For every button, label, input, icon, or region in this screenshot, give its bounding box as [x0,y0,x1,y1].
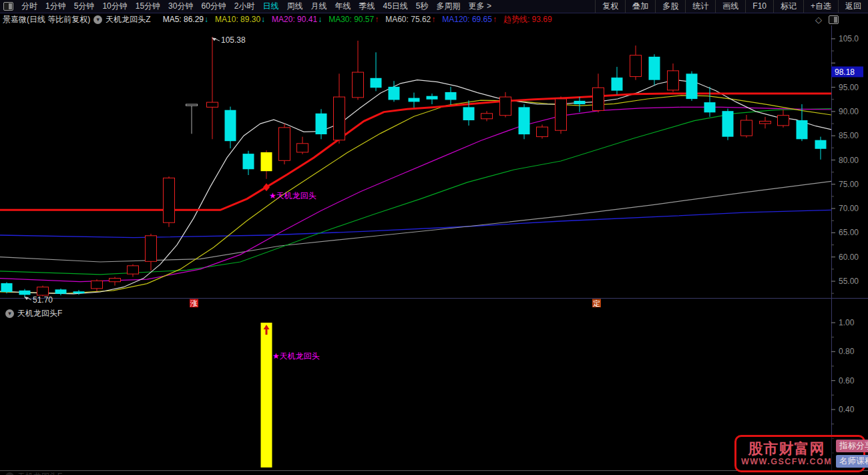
period-tab[interactable]: 周线 [283,0,307,13]
trend-arrow-icon: ↓ [318,15,322,24]
signal-diamond-icon [263,183,270,191]
trend-arrow-icon: ↑ [493,15,497,24]
period-tab[interactable]: 季线 [355,0,379,13]
toolbar-button[interactable]: 标记 [773,0,803,13]
trend-arrow-icon: ↑ [431,15,435,24]
candle [164,178,175,222]
candle [353,72,364,98]
candle [815,140,827,149]
series-MA120 [0,210,831,237]
candle [243,154,254,169]
ma-readout: 趋势线: 93.69 [503,14,552,25]
indicator-panel-title: 天机龙回头F [17,308,62,319]
period-tab[interactable]: 1分钟 [41,0,70,13]
period-tab[interactable]: 更多 > [465,0,495,13]
candle [445,92,457,100]
watermark-badge-1: 指标分享 [836,440,868,452]
candle [207,102,218,107]
ma-readout: MA60: 75.62↑ [385,15,435,24]
period-tab[interactable]: 分时 [17,0,41,13]
ma-readout: MA120: 69.65↑ [442,15,497,24]
candle [556,99,567,130]
candle [261,152,272,171]
app-window-icon[interactable] [3,2,13,11]
y-axis-label: 85.00 [839,131,859,140]
y-axis-label: 70.00 [839,204,859,213]
ma-readout: MA5: 86.29↓ [163,15,208,24]
candle [110,279,121,282]
toolbar-button[interactable]: +自选 [803,0,838,13]
toolbar-button[interactable]: 复权 [595,0,625,13]
ma-readout: MA30: 90.57↑ [329,15,379,24]
candle [91,281,103,289]
toolbar-button[interactable]: 统计 [685,0,715,13]
period-tab[interactable]: 月线 [307,0,331,13]
period-tab[interactable]: 45日线 [379,0,412,13]
series-MA10 [0,96,831,293]
candle [146,236,157,262]
diamond-marker-icon[interactable]: ◇ [815,15,822,25]
period-tab[interactable]: 5分钟 [70,0,99,13]
series-MA60 [0,181,831,262]
signal-label: ★天机龙回头 [272,351,320,361]
candle [279,128,290,160]
watermark-title: 股市财富网 [748,441,825,457]
candle [797,120,808,139]
split-pane-icon[interactable] [829,15,839,24]
period-tab[interactable]: 2小时 [230,0,259,13]
toolbar-button[interactable]: F10 [745,0,773,13]
candle [500,97,511,116]
watermark-url: WWW.GSCFW.COM [741,457,832,466]
candle [574,101,586,104]
candle [316,114,327,134]
watermark-badges: 指标分享 名师课程 [836,438,868,469]
toolbar-button[interactable]: 返回 [838,0,868,13]
period-tab[interactable]: 5秒 [412,0,433,13]
y-axis-label: 75.00 [839,180,859,189]
candle [778,116,789,126]
y-axis-label: 95.00 [839,83,859,92]
low-annotation: 51.70 [33,295,53,305]
candle [463,107,475,120]
toolbar-button[interactable]: 多股 [655,0,685,13]
candle [409,98,420,102]
period-tab[interactable]: 日线 [259,0,283,13]
candle [537,127,548,137]
candle [593,88,604,110]
period-tab[interactable]: 30分钟 [164,0,197,13]
ma-readout: MA20: 90.41↓ [272,15,322,24]
period-tab[interactable]: 60分钟 [197,0,230,13]
signal-label: ★天机龙回头 [269,191,316,200]
chevron-down-circle-icon[interactable]: ▾ [5,309,14,318]
candle [73,291,85,293]
candle [427,96,438,100]
candle [55,289,67,294]
period-tab[interactable]: 15分钟 [132,0,164,13]
candles-group [1,37,827,297]
candle [612,77,623,91]
period-tab[interactable]: 年线 [331,0,355,13]
y-axis-label: 105.0 [839,34,859,43]
period-tab[interactable]: 10分钟 [98,0,131,13]
toolbar-right: 复权叠加多股统计画线F10标记+自选返回 [595,0,868,13]
candle [668,71,679,90]
candle [1,283,13,292]
indicator-panel-header: ▾ 天机龙回头F [2,308,62,319]
main-chart: 105.095.0090.0085.0080.0075.0070.0065.00… [0,25,868,307]
ma-readout: MA10: 89.30↓ [215,15,265,24]
y-axis-label: 55.00 [839,277,859,286]
toolbar-button[interactable]: 叠加 [625,0,655,13]
svg-text:定: 定 [593,299,600,307]
candle [649,57,660,80]
candle [225,110,236,142]
candle [297,144,308,152]
candle [186,104,198,106]
indicator-bar [261,323,272,468]
indicator-name: 天机龙回头Z [105,14,150,25]
chevron-down-circle-icon[interactable]: ▾ [93,15,102,24]
candle [19,291,31,295]
y-axis-label: 60.00 [839,253,859,262]
period-tab[interactable]: 多周期 [433,0,465,13]
toolbar-button[interactable]: 画线 [715,0,745,13]
y-axis-label: 0.80 [839,347,855,356]
